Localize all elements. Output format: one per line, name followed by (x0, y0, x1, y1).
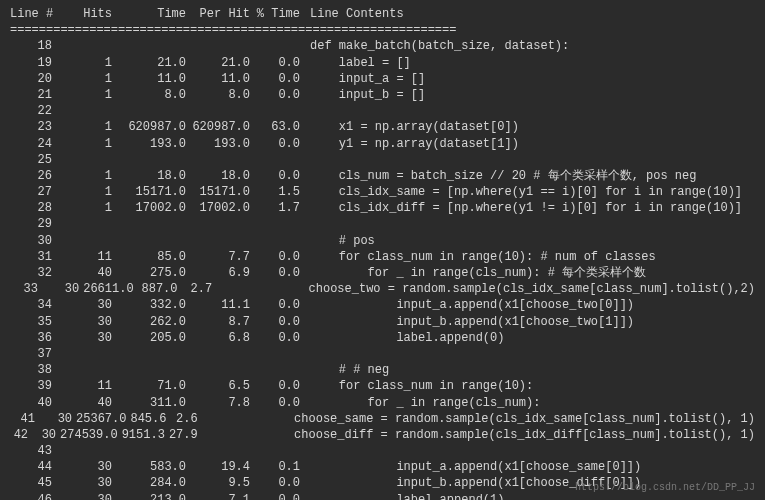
cell-pct: 0.0 (254, 297, 310, 313)
cell-time: 193.0 (116, 136, 190, 152)
cell-hits: 1 (56, 200, 116, 216)
cell-pct: 0.0 (254, 475, 310, 491)
profiler-row: 333026611.0887.02.7 choose_two = random.… (10, 281, 755, 297)
cell-pct (254, 443, 310, 459)
cell-perhit (190, 103, 254, 119)
cell-line: 30 (10, 233, 56, 249)
cell-hits: 1 (56, 71, 116, 87)
cell-perhit: 6.8 (190, 330, 254, 346)
cell-time (116, 346, 190, 362)
cell-hits (56, 362, 116, 378)
profiler-row: 27115171.015171.01.5 cls_idx_same = [np.… (10, 184, 755, 200)
cell-pct (254, 38, 310, 54)
cell-perhit: 620987.0 (190, 119, 254, 135)
cell-pct (254, 152, 310, 168)
cell-hits (56, 152, 116, 168)
profiler-row: 3430332.011.10.0 input_a.append(x1[choos… (10, 297, 755, 313)
watermark: https://blog.csdn.net/DD_PP_JJ (575, 481, 755, 495)
cell-line: 29 (10, 216, 56, 232)
header-separator: ========================================… (10, 22, 755, 38)
cell-hits: 40 (56, 265, 116, 281)
cell-time: 8.0 (116, 87, 190, 103)
cell-hits (56, 443, 116, 459)
cell-time: 15171.0 (116, 184, 190, 200)
cell-code: label.append(0) (310, 330, 755, 346)
cell-code: for _ in range(cls_num): # 每个类采样个数 (310, 265, 755, 281)
profiler-row: 22 (10, 103, 755, 119)
profiler-row: 29 (10, 216, 755, 232)
cell-time (116, 216, 190, 232)
cell-hits: 1 (56, 168, 116, 184)
cell-perhit: 9151.3 (122, 427, 169, 443)
cell-line: 23 (10, 119, 56, 135)
cell-line: 33 (10, 281, 42, 297)
cell-line: 40 (10, 395, 56, 411)
cell-line: 20 (10, 71, 56, 87)
cell-hits: 30 (56, 314, 116, 330)
cell-perhit (190, 216, 254, 232)
cell-line: 27 (10, 184, 56, 200)
cell-time (116, 38, 190, 54)
cell-pct: 0.0 (254, 136, 310, 152)
cell-line: 24 (10, 136, 56, 152)
col-header-perhit: Per Hit (190, 6, 254, 22)
cell-pct: 1.5 (254, 184, 310, 200)
cell-pct (254, 216, 310, 232)
cell-code: cls_num = batch_size // 20 # 每个类采样个数, po… (310, 168, 755, 184)
cell-line: 25 (10, 152, 56, 168)
cell-perhit: 6.5 (190, 378, 254, 394)
cell-hits (56, 216, 116, 232)
cell-perhit: 15171.0 (190, 184, 254, 200)
cell-time: 25367.0 (76, 411, 130, 427)
cell-time: 275.0 (116, 265, 190, 281)
profiler-row: 26118.018.00.0 cls_num = batch_size // 2… (10, 168, 755, 184)
cell-line: 19 (10, 55, 56, 71)
profiler-row: 3530262.08.70.0 input_b.append(x1[choose… (10, 314, 755, 330)
cell-perhit (190, 443, 254, 459)
profiler-row: 43 (10, 443, 755, 459)
col-header-pct: % Time (254, 6, 310, 22)
col-header-line: Line # (10, 6, 56, 22)
cell-line: 26 (10, 168, 56, 184)
cell-pct: 0.0 (254, 249, 310, 265)
profiler-row: 25 (10, 152, 755, 168)
cell-line: 43 (10, 443, 56, 459)
cell-time: 26611.0 (83, 281, 137, 297)
cell-time: 284.0 (116, 475, 190, 491)
cell-hits (56, 103, 116, 119)
cell-time: 262.0 (116, 314, 190, 330)
profiler-row: 413025367.0845.62.6 choose_same = random… (10, 411, 755, 427)
cell-line: 34 (10, 297, 56, 313)
cell-pct (254, 346, 310, 362)
cell-time: 583.0 (116, 459, 190, 475)
cell-perhit: 9.5 (190, 475, 254, 491)
cell-pct: 2.6 (170, 411, 207, 427)
cell-code: input_a.append(x1[choose_two[0]]) (310, 297, 755, 313)
cell-perhit: 18.0 (190, 168, 254, 184)
cell-hits: 30 (56, 459, 116, 475)
cell-code: label = [] (310, 55, 755, 71)
cell-time: 85.0 (116, 249, 190, 265)
cell-time (116, 103, 190, 119)
profiler-row: 28117002.017002.01.7 cls_idx_diff = [np.… (10, 200, 755, 216)
cell-time (116, 362, 190, 378)
profiler-header-row: Line # Hits Time Per Hit % Time Line Con… (10, 6, 755, 22)
cell-time: 71.0 (116, 378, 190, 394)
cell-pct: 0.0 (254, 55, 310, 71)
cell-perhit (190, 152, 254, 168)
cell-time: 21.0 (116, 55, 190, 71)
cell-perhit: 7.8 (190, 395, 254, 411)
cell-line: 22 (10, 103, 56, 119)
cell-pct: 1.7 (254, 200, 310, 216)
cell-pct: 0.0 (254, 168, 310, 184)
cell-code: cls_idx_diff = [np.where(y1 != i)[0] for… (310, 200, 755, 216)
cell-time (116, 152, 190, 168)
cell-hits: 1 (56, 136, 116, 152)
cell-pct: 0.0 (254, 314, 310, 330)
cell-perhit (190, 362, 254, 378)
cell-line: 38 (10, 362, 56, 378)
cell-code (310, 152, 755, 168)
cell-line: 41 (10, 411, 39, 427)
cell-code: input_a = [] (310, 71, 755, 87)
cell-code: cls_idx_same = [np.where(y1 == i)[0] for… (310, 184, 755, 200)
